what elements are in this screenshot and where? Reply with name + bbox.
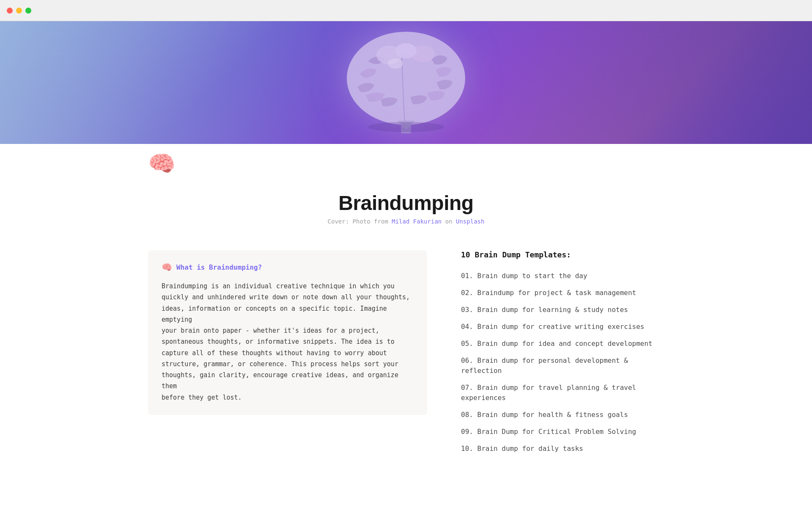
browser-chrome bbox=[0, 0, 812, 21]
card-icon: 🧠 bbox=[162, 262, 172, 272]
template-item[interactable]: 01. Brain dump to start the day bbox=[461, 268, 664, 284]
page-icon: 🧠 bbox=[148, 152, 176, 174]
card-title: What is Braindumping? bbox=[176, 263, 262, 271]
right-section: 10 Brain Dump Templates: 01. Brain dump … bbox=[461, 250, 664, 457]
brain-svg bbox=[334, 28, 478, 138]
template-item[interactable]: 07. Brain dump for travel planning & tra… bbox=[461, 379, 664, 406]
card-body: Braindumping is an individual creative t… bbox=[162, 281, 414, 403]
template-list: 01. Brain dump to start the day02. Brain… bbox=[461, 268, 664, 457]
close-button[interactable] bbox=[7, 8, 13, 14]
svg-point-4 bbox=[388, 58, 403, 69]
template-item[interactable]: 08. Brain dump for health & fitness goal… bbox=[461, 406, 664, 423]
cover-credit-site-link[interactable]: Unsplash bbox=[456, 218, 484, 225]
page-icon-area: 🧠 bbox=[148, 144, 664, 179]
main-layout: 🧠 What is Braindumping? Braindumping is … bbox=[148, 250, 664, 483]
hero-banner bbox=[0, 21, 812, 144]
template-item[interactable]: 03. Brain dump for learning & study note… bbox=[461, 301, 664, 318]
template-item[interactable]: 06. Brain dump for personal development … bbox=[461, 352, 664, 379]
hero-gradient-left bbox=[0, 21, 325, 144]
template-item[interactable]: 09. Brain Dump for Critical Problem Solv… bbox=[461, 423, 664, 440]
page-title: Braindumping bbox=[148, 191, 664, 215]
hero-gradient-right bbox=[487, 21, 812, 144]
brain-illustration bbox=[321, 21, 491, 144]
cover-credit-author-link[interactable]: Milad Fakurian bbox=[392, 218, 442, 225]
page-content: 🧠 Braindumping Cover: Photo from Milad F… bbox=[114, 144, 698, 483]
template-item[interactable]: 04. Brain dump for creative writing exer… bbox=[461, 318, 664, 335]
template-item[interactable]: 10. Brain dump for daily tasks bbox=[461, 440, 664, 457]
cover-credit-prefix: Cover: Photo from bbox=[328, 218, 392, 225]
cover-credit-middle: on bbox=[442, 218, 456, 225]
template-item[interactable]: 05. Brain dump for idea and concept deve… bbox=[461, 335, 664, 352]
svg-point-3 bbox=[395, 43, 417, 58]
svg-point-6 bbox=[368, 122, 444, 132]
template-item[interactable]: 02. Braindump for project & task managem… bbox=[461, 284, 664, 301]
minimize-button[interactable] bbox=[16, 8, 22, 14]
title-section: Braindumping Cover: Photo from Milad Fak… bbox=[148, 179, 664, 229]
cover-credit: Cover: Photo from Milad Fakurian on Unsp… bbox=[148, 218, 664, 225]
left-card: 🧠 What is Braindumping? Braindumping is … bbox=[148, 250, 427, 415]
card-header: 🧠 What is Braindumping? bbox=[162, 262, 414, 272]
templates-title: 10 Brain Dump Templates: bbox=[461, 250, 664, 259]
maximize-button[interactable] bbox=[25, 8, 31, 14]
